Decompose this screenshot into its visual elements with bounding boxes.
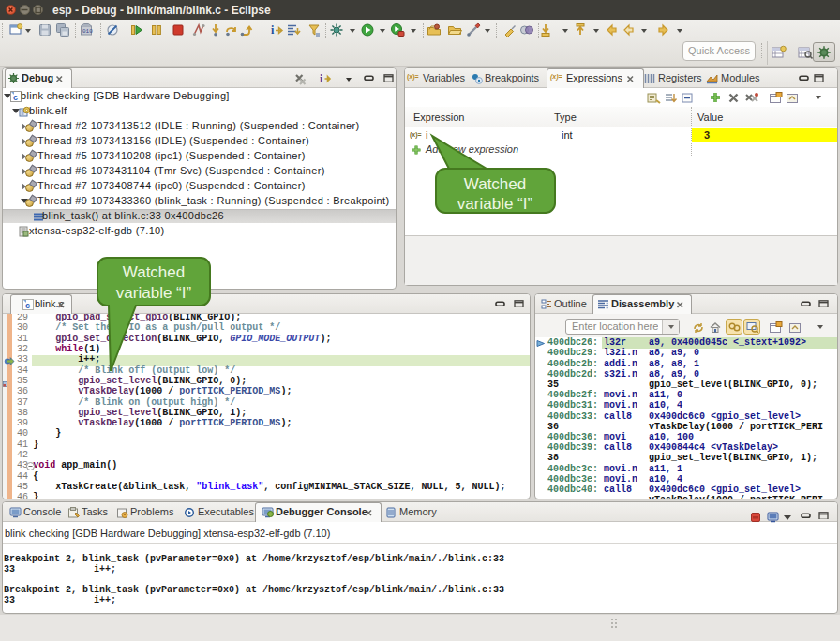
svg-text:010: 010 bbox=[82, 28, 93, 35]
svg-text:variable “I”: variable “I” bbox=[116, 284, 192, 302]
svg-text:Watched: Watched bbox=[464, 175, 526, 193]
svg-text:i: i bbox=[320, 72, 323, 84]
svg-text:variable “I”: variable “I” bbox=[458, 195, 533, 213]
svg-text:i: i bbox=[271, 23, 275, 37]
svg-text:Watched: Watched bbox=[123, 263, 185, 281]
